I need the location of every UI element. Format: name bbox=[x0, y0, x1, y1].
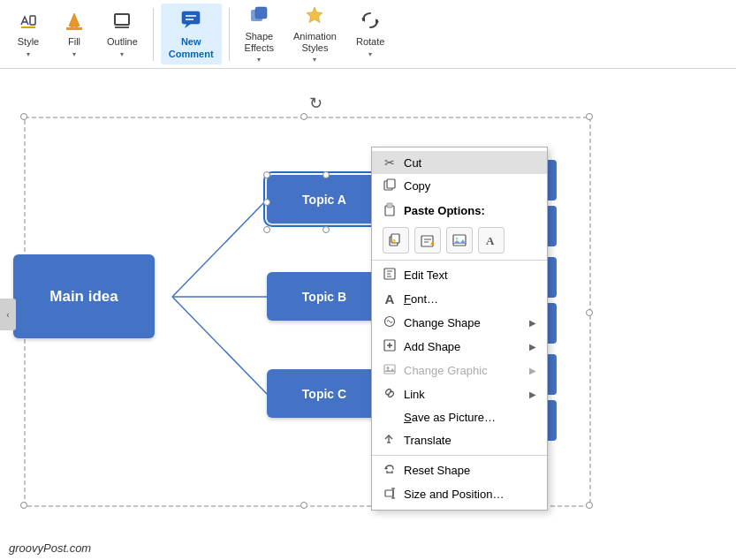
svg-point-32 bbox=[456, 238, 459, 240]
svg-rect-9 bbox=[255, 7, 267, 19]
animation-styles-arrow: ▾ bbox=[313, 56, 316, 64]
handle-tl bbox=[20, 113, 27, 120]
sep-2 bbox=[229, 8, 230, 61]
fill-label: Fill bbox=[68, 36, 80, 48]
topic-a-label: Topic A bbox=[302, 193, 346, 207]
svg-line-41 bbox=[389, 392, 391, 395]
style-icon bbox=[18, 10, 39, 34]
canvas: ‹ ↻ Main idea Topic A bbox=[0, 69, 736, 560]
animation-styles-icon bbox=[304, 4, 325, 29]
outline-label: Outline bbox=[107, 36, 138, 48]
svg-rect-39 bbox=[384, 365, 395, 374]
topic-a-box[interactable]: Topic A bbox=[267, 175, 382, 223]
menu-change-shape-label: Change Shape bbox=[404, 316, 522, 329]
svg-line-13 bbox=[172, 200, 267, 297]
menu-save-as-picture-label: Save as Picture… bbox=[404, 411, 536, 424]
topic-b-label: Topic B bbox=[302, 290, 346, 304]
svg-rect-44 bbox=[385, 490, 393, 496]
outline-icon bbox=[111, 10, 133, 34]
toolbar-style-btn[interactable]: Style ▾ bbox=[7, 5, 49, 62]
svg-text:a: a bbox=[392, 238, 396, 244]
size-position-icon bbox=[383, 487, 397, 502]
menu-item-translate[interactable]: Translate bbox=[372, 428, 547, 452]
shape-effects-arrow: ▾ bbox=[257, 56, 261, 64]
paste-options-row: a A bbox=[372, 223, 547, 257]
toolbar: Style ▾ Fill ▾ Outline ▾ bbox=[0, 0, 736, 69]
menu-item-reset-shape[interactable]: Reset Shape bbox=[372, 458, 547, 482]
menu-edit-text-label: Edit Text bbox=[404, 269, 536, 282]
toolbar-animation-styles-btn[interactable]: Animation Styles ▾ bbox=[285, 0, 345, 68]
sep-1 bbox=[153, 8, 154, 61]
change-graphic-icon bbox=[383, 363, 397, 378]
reset-shape-icon bbox=[383, 463, 397, 478]
toolbar-new-comment-btn[interactable]: New Comment bbox=[161, 4, 222, 64]
shape-effects-icon bbox=[248, 4, 269, 29]
fill-arrow: ▾ bbox=[72, 50, 76, 58]
handle-ta-bl bbox=[263, 226, 270, 233]
topic-c-box[interactable]: Topic C bbox=[267, 369, 382, 418]
svg-rect-26 bbox=[387, 203, 392, 208]
menu-item-add-shape[interactable]: Add Shape ▶ bbox=[372, 335, 547, 359]
menu-paste-options-label: Paste Options: bbox=[404, 204, 536, 217]
animation-styles-label: Animation Styles bbox=[293, 31, 337, 54]
menu-item-copy[interactable]: Copy bbox=[372, 174, 547, 198]
menu-translate-label: Translate bbox=[404, 434, 536, 447]
menu-item-link[interactable]: Link ▶ bbox=[372, 382, 547, 406]
svg-rect-30 bbox=[421, 236, 433, 246]
paste-option-1[interactable]: a bbox=[383, 227, 409, 254]
menu-item-save-as-picture[interactable]: Save as Picture… bbox=[372, 406, 547, 428]
paste-option-2[interactable] bbox=[414, 227, 441, 254]
svg-rect-3 bbox=[115, 14, 129, 25]
paste-option-4[interactable]: A bbox=[478, 227, 505, 254]
menu-item-cut[interactable]: ✂ Cut bbox=[372, 151, 547, 174]
link-arrow: ▶ bbox=[529, 390, 536, 399]
divider-1 bbox=[372, 260, 547, 261]
handle-tr bbox=[586, 113, 593, 120]
main-idea-label: Main idea bbox=[49, 288, 118, 306]
toolbar-rotate-btn[interactable]: Rotate ▾ bbox=[348, 5, 392, 62]
change-graphic-arrow: ▶ bbox=[529, 366, 536, 375]
watermark-text: groovyPost.com bbox=[9, 541, 91, 555]
edit-text-icon bbox=[383, 268, 397, 283]
toolbar-fill-btn[interactable]: Fill ▾ bbox=[53, 5, 95, 62]
style-arrow: ▾ bbox=[27, 50, 30, 58]
context-menu: ✂ Cut Copy Paste Options: bbox=[371, 147, 548, 511]
handle-bl bbox=[20, 502, 27, 509]
svg-text:A: A bbox=[486, 234, 495, 247]
new-comment-label: New Comment bbox=[169, 36, 214, 59]
main-idea-box[interactable]: Main idea bbox=[13, 254, 155, 338]
handle-br bbox=[586, 502, 593, 509]
paste-option-3[interactable] bbox=[446, 227, 473, 254]
rotate-icon bbox=[360, 10, 381, 34]
svg-rect-5 bbox=[182, 11, 200, 24]
menu-link-label: Link bbox=[404, 388, 522, 401]
link-icon bbox=[383, 387, 397, 402]
menu-item-change-shape[interactable]: Change Shape ▶ bbox=[372, 311, 547, 335]
menu-size-position-label: Size and Position… bbox=[404, 488, 536, 501]
divider-2 bbox=[372, 455, 547, 456]
translate-icon bbox=[383, 433, 397, 448]
svg-rect-0 bbox=[30, 16, 35, 25]
menu-reset-shape-label: Reset Shape bbox=[404, 464, 536, 477]
menu-item-size-and-position[interactable]: Size and Position… bbox=[372, 482, 547, 506]
change-shape-arrow: ▶ bbox=[529, 318, 536, 328]
menu-item-edit-text[interactable]: Edit Text bbox=[372, 263, 547, 287]
outline-arrow: ▾ bbox=[120, 50, 124, 58]
menu-change-graphic-label: Change Graphic bbox=[404, 364, 522, 377]
menu-font-label: Font… bbox=[404, 292, 536, 306]
add-shape-arrow: ▶ bbox=[529, 342, 536, 352]
handle-mr bbox=[586, 309, 593, 316]
toolbar-shape-effects-btn[interactable]: Shape Effects ▾ bbox=[237, 0, 282, 68]
menu-item-change-graphic: Change Graphic ▶ bbox=[372, 359, 547, 382]
svg-line-15 bbox=[172, 297, 267, 394]
menu-cut-label: Cut bbox=[404, 156, 536, 170]
menu-item-font[interactable]: A Font… bbox=[372, 287, 547, 311]
svg-marker-10 bbox=[307, 7, 322, 23]
nav-arrow-left[interactable]: ‹ bbox=[0, 299, 16, 330]
topic-b-box[interactable]: Topic B bbox=[267, 272, 382, 321]
svg-rect-2 bbox=[66, 27, 82, 30]
menu-paste-options-header: Paste Options: bbox=[372, 198, 547, 223]
toolbar-outline-btn[interactable]: Outline ▾ bbox=[99, 5, 146, 62]
shape-effects-label: Shape Effects bbox=[245, 31, 274, 54]
menu-copy-label: Copy bbox=[404, 179, 536, 193]
